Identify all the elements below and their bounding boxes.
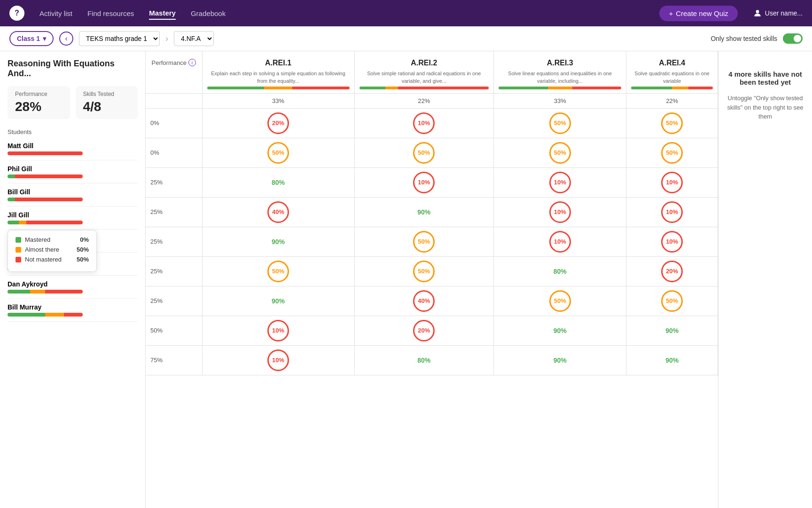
table-row: 25%90%50%10%10% (146, 227, 718, 256)
info-icon[interactable]: i (188, 59, 196, 66)
student-bar-red (45, 290, 83, 294)
chevron-right-icon: › (165, 34, 168, 44)
almost-value: 50% (77, 246, 89, 253)
skill-cell-4-1: 50% (354, 227, 494, 256)
skill-bar-2 (499, 87, 621, 89)
list-item: Bill Murray (8, 299, 138, 322)
circle-badge-4-1: 50% (413, 231, 435, 253)
skill-header-3: A.REI.4Solve quadratic equations in one … (626, 51, 718, 93)
mastery-tooltip: Mastered 0% Almost there 50% Not mastere… (8, 230, 97, 272)
untested-skills-desc: Untoggle "Only show tested skills" on th… (726, 94, 804, 121)
circle-badge-1-0: 50% (267, 142, 289, 164)
student-bar-green (8, 290, 30, 294)
student-bar-red (64, 313, 83, 317)
table-row: 25%80%10%10%10% (146, 167, 718, 197)
not-mastered-value: 50% (77, 256, 89, 263)
circle-badge-3-3: 10% (661, 201, 683, 223)
circle-badge-8-0: 10% (267, 349, 289, 371)
student-name: Dan Aykroyd (8, 280, 138, 288)
mastery-grid: Performance i A.REI.1Explain each step i… (146, 51, 718, 508)
skill-cell-1-3: 50% (626, 138, 718, 167)
nav-mastery[interactable]: Mastery (149, 7, 176, 20)
bar-red-2 (572, 87, 621, 89)
nav-find-resources[interactable]: Find resources (87, 8, 134, 19)
student-bar (8, 221, 83, 224)
skill-desc-0: Explain each step in solving a simple eq… (211, 71, 345, 84)
student-bar-green (8, 198, 15, 201)
performance-card: Performance 28% (8, 86, 70, 119)
bar-green-2 (499, 87, 547, 89)
chevron-down-icon: ▾ (43, 35, 46, 42)
svg-point-0 (756, 10, 759, 13)
circle-badge-3-1: 90% (417, 208, 430, 216)
skill-cell-7-1: 20% (354, 316, 494, 345)
grade-selector[interactable]: TEKS maths grade 1 (79, 31, 160, 46)
skill-desc-1: Solve simple rational and radical equati… (367, 71, 481, 84)
skill-bar-1 (359, 87, 489, 89)
skill-cell-5-2: 80% (494, 256, 626, 286)
skill-cell-2-1: 10% (354, 167, 494, 197)
circle-badge-1-1: 50% (413, 142, 435, 164)
almost-label: Almost there (25, 246, 73, 253)
skill-cell-8-3: 90% (626, 345, 718, 375)
avg-row: 33% 22% 33% 22% (146, 93, 718, 108)
almost-dot (16, 247, 21, 253)
table-row: 25%50%50%80%20% (146, 256, 718, 286)
toolbar: Class 1 ▾ ‹ TEKS maths grade 1 › 4.NF.A … (0, 26, 812, 51)
user-menu[interactable]: User name... (753, 8, 803, 18)
perf-cell-7: 50% (146, 316, 202, 345)
bar-orange-1 (385, 87, 398, 89)
class-selector[interactable]: Class 1 ▾ (9, 31, 54, 46)
circle-badge-8-2: 90% (554, 357, 567, 364)
student-name: Jill Gill (8, 211, 138, 219)
bar-red-0 (292, 87, 349, 89)
nav-activity-list[interactable]: Activity list (39, 8, 72, 19)
skill-cell-1-2: 50% (494, 138, 626, 167)
avg-cell-1: 22% (354, 93, 494, 108)
circle-badge-5-1: 50% (413, 261, 435, 282)
mastery-table: Performance i A.REI.1Explain each step i… (146, 51, 718, 375)
circle-badge-6-3: 50% (661, 290, 683, 312)
circle-badge-0-0: 20% (267, 112, 289, 134)
perf-cell-5: 25% (146, 256, 202, 286)
student-bar (8, 198, 83, 201)
table-row: 75%10%80%90%90% (146, 345, 718, 375)
circle-badge-2-0: 80% (272, 179, 285, 186)
student-name: Bill Gill (8, 188, 138, 196)
tested-skills-toggle[interactable] (783, 33, 803, 44)
circle-badge-3-0: 40% (267, 201, 289, 223)
skill-cell-6-0: 90% (202, 286, 354, 316)
circle-badge-1-2: 50% (549, 142, 571, 164)
skill-cell-5-0: 50% (202, 256, 354, 286)
create-quiz-button[interactable]: + Create new Quiz (659, 6, 737, 21)
skill-cell-4-3: 10% (626, 227, 718, 256)
student-bar (8, 313, 83, 317)
skills-tested-value: 4/8 (83, 99, 131, 114)
skill-code-1: A.REI.2 (359, 59, 489, 67)
table-row: 0%50%50%50%50% (146, 138, 718, 167)
bar-red-3 (688, 87, 713, 89)
standard-selector[interactable]: 4.NF.A (174, 31, 214, 46)
back-button[interactable]: ‹ (59, 32, 73, 46)
perf-cell-4: 25% (146, 227, 202, 256)
bar-orange-3 (672, 87, 688, 89)
mastered-label: Mastered (25, 236, 76, 243)
list-item: Jill Gill (8, 206, 138, 230)
skill-cell-0-1: 10% (354, 108, 494, 138)
skill-cell-2-3: 10% (626, 167, 718, 197)
circle-badge-5-0: 50% (267, 261, 289, 282)
left-students-list: Matt Gill Phil Gill Bill Gill Jill Gill … (8, 137, 138, 322)
circle-badge-4-3: 10% (661, 231, 683, 253)
skill-cell-3-0: 40% (202, 197, 354, 227)
student-bar-orange (30, 290, 45, 294)
circle-badge-8-1: 80% (417, 357, 430, 364)
bar-red-1 (398, 87, 489, 89)
skill-cell-0-2: 50% (494, 108, 626, 138)
circle-badge-2-2: 10% (549, 172, 571, 193)
nav-gradebook[interactable]: Gradebook (191, 8, 226, 19)
skill-cell-4-0: 90% (202, 227, 354, 256)
bar-green-3 (631, 87, 672, 89)
skill-header-1: A.REI.2Solve simple rational and radical… (354, 51, 494, 93)
skill-cell-7-3: 90% (626, 316, 718, 345)
user-icon (753, 8, 762, 18)
